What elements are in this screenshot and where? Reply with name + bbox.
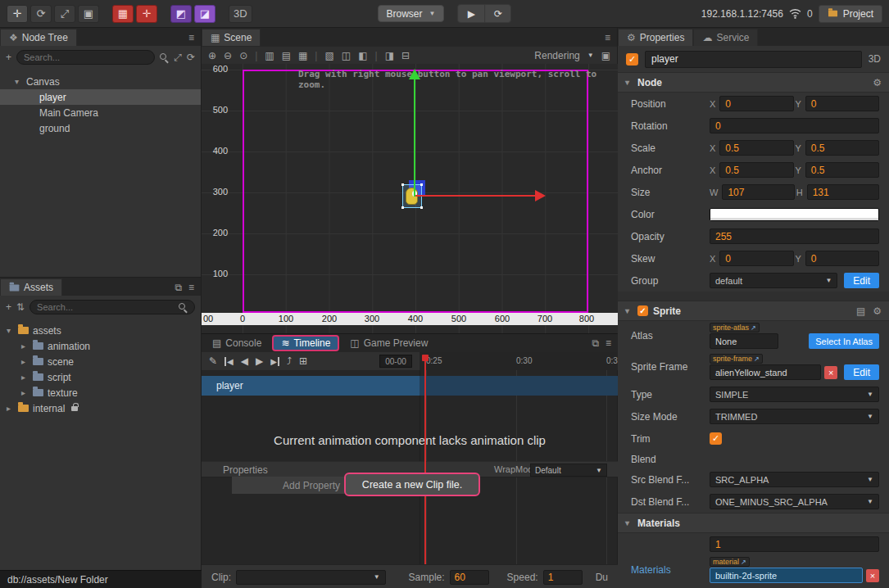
edit-clip-icon[interactable]: ✎ <box>209 355 217 367</box>
anchor-y-field[interactable]: 0.5 <box>805 162 879 178</box>
sort-icon[interactable]: ⇅ <box>16 301 25 313</box>
timeline-ruler[interactable]: 0:25 0:30 0:35 <box>420 352 618 370</box>
speed-input[interactable] <box>543 570 583 585</box>
zoom-reset-icon[interactable]: ⊙ <box>239 50 247 61</box>
caret-down-icon[interactable]: ▾ <box>625 306 633 315</box>
gear-icon[interactable]: ⚙ <box>873 305 882 317</box>
add-keyframe-icon[interactable]: ⊞ <box>299 355 307 367</box>
group-edit-button[interactable]: Edit <box>844 273 879 288</box>
gizmo-x-arrow-icon[interactable] <box>535 190 546 201</box>
track-row-keyframes[interactable] <box>420 376 618 396</box>
step-back-icon[interactable]: ◀ <box>241 355 248 367</box>
tab-assets[interactable]: Assets <box>0 278 62 296</box>
src-blend-dropdown[interactable]: SRC_ALPHA ▼ <box>710 472 879 487</box>
asset-search-input[interactable] <box>37 302 179 312</box>
canvas-fit-button[interactable]: ◪ <box>194 5 215 23</box>
resize-handle[interactable] <box>401 183 404 186</box>
timeline-popout-icon[interactable]: ⧉ <box>592 337 599 349</box>
node-active-checkbox[interactable]: ✓ <box>626 53 638 66</box>
position-x-field[interactable]: 0 <box>719 96 793 111</box>
size-mode-dropdown[interactable]: TRIMMED ▼ <box>710 409 879 424</box>
preview-target-dropdown[interactable]: Browser ▼ <box>378 5 445 22</box>
tree-item-ground[interactable]: ground <box>0 120 201 136</box>
skip-to-start-icon[interactable]: ◀ <box>225 357 234 366</box>
caret-down-icon[interactable]: ▾ <box>15 77 22 86</box>
scale-x-field[interactable]: 0.5 <box>719 140 793 156</box>
sprite-frame-field[interactable]: alienYellow_stand <box>710 364 821 380</box>
material-field[interactable]: builtin-2d-sprite <box>710 568 863 583</box>
sample-input[interactable] <box>450 570 489 585</box>
color-swatch[interactable] <box>710 208 879 221</box>
mode-3d-button[interactable]: 3D <box>229 5 252 23</box>
add-asset-button[interactable]: + <box>6 301 11 313</box>
caret-right-icon[interactable]: ▸ <box>21 341 29 351</box>
tab-game-preview[interactable]: ◫ Game Preview <box>342 335 435 351</box>
rotate-tool-button[interactable]: ⟳ <box>30 5 52 23</box>
resize-handle[interactable] <box>401 206 404 209</box>
resize-handle[interactable] <box>420 183 423 186</box>
material-badge[interactable]: material ↗ <box>710 557 750 567</box>
size-w-field[interactable]: 107 <box>722 184 794 200</box>
caret-down-icon[interactable]: ▾ <box>625 518 633 527</box>
materials-count-field[interactable]: 1 <box>710 536 879 552</box>
skip-to-end-icon[interactable]: ▶ <box>270 357 279 366</box>
pivot-toggle-button[interactable]: ▦ <box>112 5 134 23</box>
assets-popout-icon[interactable]: ⧉ <box>175 282 182 293</box>
current-time-field[interactable]: 00-00 <box>379 355 412 368</box>
design-resolution-button[interactable]: ◩ <box>170 5 192 23</box>
tab-node-tree[interactable]: ❖ Node Tree <box>0 29 77 46</box>
wrapmode-dropdown[interactable]: Default ▼ <box>530 464 607 477</box>
caret-right-icon[interactable]: ▸ <box>21 373 29 382</box>
tab-properties[interactable]: ⚙ Properties <box>618 29 693 46</box>
gizmo-x-axis[interactable] <box>415 195 537 197</box>
group-dropdown[interactable]: default ▼ <box>710 273 837 288</box>
align-left-icon[interactable]: ▥ <box>265 50 274 61</box>
tab-service[interactable]: ☁ Service <box>693 29 758 46</box>
chevron-down-icon[interactable]: ▼ <box>587 52 594 59</box>
doc-icon[interactable]: ▤ <box>856 305 865 317</box>
sprite-atlas-badge[interactable]: sprite-atlas ↗ <box>710 323 760 332</box>
asset-item-scene[interactable]: ▸ scene <box>0 354 201 369</box>
clear-sprite-frame-button[interactable]: × <box>824 366 837 379</box>
scene-viewport[interactable]: Drag with right mouse button to pan view… <box>202 64 618 333</box>
play-animation-icon[interactable]: ▶ <box>256 355 263 367</box>
tab-timeline[interactable]: ≋ Timeline <box>272 335 339 351</box>
camera-preview-icon[interactable]: ▣ <box>601 50 610 61</box>
reload-button[interactable]: ⟳ <box>484 5 510 22</box>
play-button[interactable]: ▶ <box>458 5 484 22</box>
project-button[interactable]: Project <box>819 5 882 23</box>
playhead[interactable] <box>424 357 426 564</box>
dst-blend-dropdown[interactable]: ONE_MINUS_SRC_ALPHA ▼ <box>710 494 879 509</box>
align-middle-icon[interactable]: ◫ <box>342 50 351 61</box>
type-dropdown[interactable]: SIMPLE ▼ <box>710 387 879 402</box>
distribute-v-icon[interactable]: ⊟ <box>401 50 410 61</box>
asset-item-assets[interactable]: ▾ assets <box>0 323 201 338</box>
caret-down-icon[interactable]: ▾ <box>625 78 633 87</box>
assets-menu-icon[interactable]: ≡ <box>188 282 194 293</box>
align-bottom-icon[interactable]: ◧ <box>358 50 367 61</box>
atlas-field[interactable]: None <box>710 333 778 349</box>
trim-checkbox[interactable]: ✓ <box>710 432 722 445</box>
align-center-icon[interactable]: ▤ <box>282 50 291 61</box>
move-tool-button[interactable]: ✛ <box>7 5 28 23</box>
coordinate-toggle-button[interactable]: ✛ <box>136 5 157 23</box>
asset-item-texture[interactable]: ▸ texture <box>0 385 201 400</box>
caret-right-icon[interactable]: ▸ <box>21 388 29 397</box>
track-row-player[interactable]: player <box>202 376 420 396</box>
tree-item-canvas[interactable]: ▾ Canvas <box>0 74 201 89</box>
rect-tool-button[interactable]: ▣ <box>78 5 99 23</box>
clip-dropdown[interactable]: ▼ <box>236 570 386 585</box>
materials-section-header[interactable]: ▾ Materials <box>618 513 889 533</box>
node-section-header[interactable]: ▾ Node ⚙ <box>618 72 889 93</box>
distribute-h-icon[interactable]: ◨ <box>385 50 394 61</box>
gizmo-y-axis[interactable] <box>414 79 415 197</box>
size-h-field[interactable]: 131 <box>807 184 879 200</box>
caret-right-icon[interactable]: ▸ <box>21 357 29 366</box>
create-clip-button[interactable]: Create a new Clip file. <box>344 473 480 496</box>
select-in-atlas-button[interactable]: Select In Atlas <box>809 333 879 349</box>
asset-item-internal[interactable]: ▸ internal <box>0 400 201 416</box>
align-top-icon[interactable]: ▧ <box>324 50 333 61</box>
asset-item-animation[interactable]: ▸ animation <box>0 338 201 354</box>
search-icon[interactable] <box>179 303 188 312</box>
skew-y-field[interactable]: 0 <box>805 251 879 266</box>
